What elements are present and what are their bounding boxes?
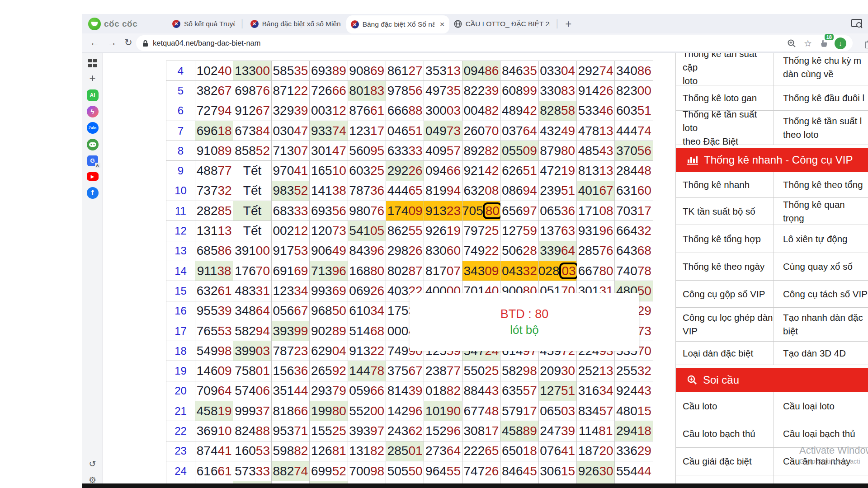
table-cell[interactable]: 85852 <box>233 141 271 161</box>
table-cell[interactable]: 15636 <box>272 361 310 381</box>
row-number[interactable]: 8 <box>166 141 195 161</box>
tab-3[interactable]: ✕Bảng đặc biệt Xổ Số năm 202× <box>346 15 449 33</box>
table-cell[interactable]: 35313 <box>424 61 462 81</box>
table-cell[interactable]: 97856 <box>386 81 424 101</box>
table-cell[interactable]: 55444 <box>615 461 653 481</box>
table-cell[interactable]: Tết <box>233 181 271 201</box>
table-cell[interactable]: 17108 <box>577 201 615 221</box>
table-cell[interactable]: 80287 <box>386 261 424 281</box>
table-cell[interactable]: 17409 <box>386 201 424 221</box>
table-cell[interactable]: 18720 <box>577 441 615 461</box>
table-cell[interactable]: 34086 <box>615 61 653 81</box>
forward-button[interactable]: → <box>107 37 117 48</box>
table-cell[interactable]: 16053 <box>233 441 271 461</box>
table-cell[interactable]: 87661 <box>348 101 386 121</box>
table-cell[interactable]: 78736 <box>348 181 386 201</box>
table-cell[interactable]: 05667 <box>272 301 310 321</box>
table-cell[interactable]: 51468 <box>348 321 386 341</box>
table-cell[interactable]: 26592 <box>310 361 348 381</box>
table-cell[interactable]: 03047 <box>272 121 310 141</box>
table-cell[interactable]: 72666 <box>310 81 348 101</box>
table-cell[interactable]: 63208 <box>462 181 500 201</box>
table-cell[interactable]: 12334 <box>272 281 310 301</box>
table-cell[interactable]: 29826 <box>386 241 424 261</box>
extension-icon[interactable] <box>864 38 868 48</box>
row-number[interactable]: 14 <box>166 261 195 281</box>
table-cell[interactable]: 91322 <box>348 341 386 361</box>
table-cell[interactable]: 82300 <box>615 81 653 101</box>
row-number[interactable]: 11 <box>166 201 195 221</box>
table-cell[interactable]: 13763 <box>539 221 577 241</box>
table-cell[interactable]: 62651 <box>500 161 538 181</box>
table-cell[interactable]: 00482 <box>462 101 500 121</box>
table-cell[interactable]: 80183 <box>348 81 386 101</box>
table-cell[interactable]: 96455 <box>424 461 462 481</box>
table-cell[interactable]: 57406 <box>233 381 271 401</box>
row-number[interactable]: 15 <box>166 281 195 301</box>
table-cell[interactable]: 29418 <box>615 421 653 441</box>
table-cell[interactable]: 38267 <box>195 81 233 101</box>
panel-link[interactable]: Cùng quay xổ số <box>774 253 868 280</box>
table-cell[interactable]: 55200 <box>348 401 386 421</box>
table-cell[interactable]: 70098 <box>348 461 386 481</box>
table-cell[interactable]: 19980 <box>310 401 348 421</box>
table-cell[interactable]: 83060 <box>424 241 462 261</box>
table-cell[interactable]: 31634 <box>577 381 615 401</box>
row-number[interactable]: 17 <box>166 321 195 341</box>
url-text[interactable]: ketqua04.net/bang-dac-biet-nam <box>153 39 781 47</box>
row-number[interactable]: 23 <box>166 441 195 461</box>
table-cell[interactable]: 58294 <box>233 321 271 341</box>
table-cell[interactable]: 28448 <box>615 161 653 181</box>
panel-link[interactable]: Công cụ lọc ghép dàn VIP <box>676 308 774 341</box>
table-cell[interactable]: 43249 <box>539 121 577 141</box>
table-cell[interactable]: 91426 <box>577 81 615 101</box>
table-cell[interactable]: 24362 <box>386 421 424 441</box>
screenshot-search-icon[interactable] <box>851 19 863 29</box>
panel-link[interactable]: Thống kê quan trọng <box>774 198 868 225</box>
table-cell[interactable]: 63261 <box>195 281 233 301</box>
table-cell[interactable]: 08694 <box>500 181 538 201</box>
table-cell[interactable]: 30003 <box>424 101 462 121</box>
table-cell[interactable]: 09486 <box>462 61 500 81</box>
table-cell[interactable]: 04973 <box>424 121 462 141</box>
table-cell[interactable]: 47813 <box>577 121 615 141</box>
table-cell[interactable]: 81994 <box>424 181 462 201</box>
table-cell[interactable]: 33629 <box>615 441 653 461</box>
table-cell[interactable]: 65018 <box>500 441 538 461</box>
table-cell[interactable]: 50628 <box>500 241 538 261</box>
table-cell[interactable]: 69356 <box>310 201 348 221</box>
table-cell[interactable]: 04651 <box>386 121 424 141</box>
table-cell[interactable]: 23951 <box>539 181 577 201</box>
table-cell[interactable]: 55025 <box>462 361 500 381</box>
row-number[interactable]: 4 <box>166 61 195 81</box>
table-cell[interactable]: 09466 <box>424 161 462 181</box>
table-cell[interactable]: 68586 <box>195 241 233 261</box>
table-cell[interactable]: 12317 <box>348 121 386 141</box>
table-cell[interactable]: 91753 <box>272 241 310 261</box>
table-cell[interactable]: 28576 <box>577 241 615 261</box>
table-cell[interactable]: 29226 <box>386 161 424 181</box>
messenger-icon[interactable]: ϟ <box>86 105 99 117</box>
table-cell[interactable]: Tết <box>233 221 271 241</box>
table-cell[interactable]: 15296 <box>424 421 462 441</box>
table-cell[interactable]: 12751 <box>539 381 577 401</box>
panel-link[interactable]: Lô xiên tự động <box>774 225 868 253</box>
table-cell[interactable]: 12073 <box>310 221 348 241</box>
table-cell[interactable]: 70317 <box>615 201 653 221</box>
table-cell[interactable]: 81439 <box>386 381 424 401</box>
table-cell[interactable]: 24739 <box>539 421 577 441</box>
table-cell[interactable]: 05966 <box>348 381 386 401</box>
table-cell[interactable]: 61661 <box>195 461 233 481</box>
panel-link[interactable]: Cầu loto <box>676 392 774 420</box>
table-cell[interactable]: 91267 <box>233 101 271 121</box>
table-cell[interactable]: 99937 <box>233 401 271 421</box>
bookmark-star-icon[interactable]: ☆ <box>802 38 814 49</box>
table-cell[interactable]: 98076 <box>348 201 386 221</box>
panel-link[interactable]: Tạo nhanh dàn đặc biệt <box>774 308 868 341</box>
table-cell[interactable]: 54998 <box>195 341 233 361</box>
table-cell[interactable]: 30615 <box>539 461 577 481</box>
table-cell[interactable]: 60899 <box>500 81 538 101</box>
row-number[interactable]: 24 <box>166 461 195 481</box>
table-cell[interactable]: 27364 <box>424 441 462 461</box>
table-cell[interactable]: 81707 <box>424 261 462 281</box>
